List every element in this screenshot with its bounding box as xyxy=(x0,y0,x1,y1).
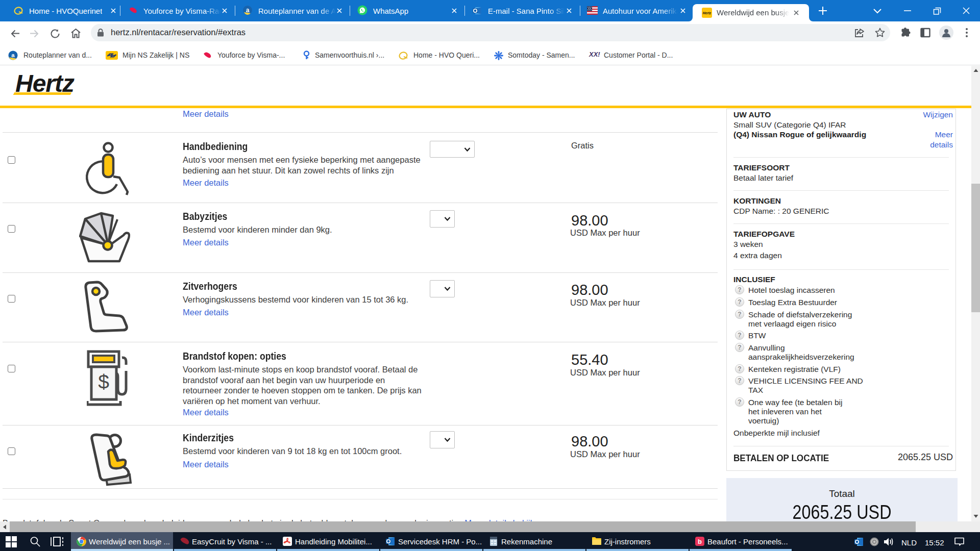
svg-text:b: b xyxy=(698,538,702,545)
svg-text:$: $ xyxy=(98,371,109,393)
svg-text:a: a xyxy=(246,7,250,14)
svg-text:a: a xyxy=(11,52,15,58)
svg-text:Hertz: Hertz xyxy=(703,11,712,15)
